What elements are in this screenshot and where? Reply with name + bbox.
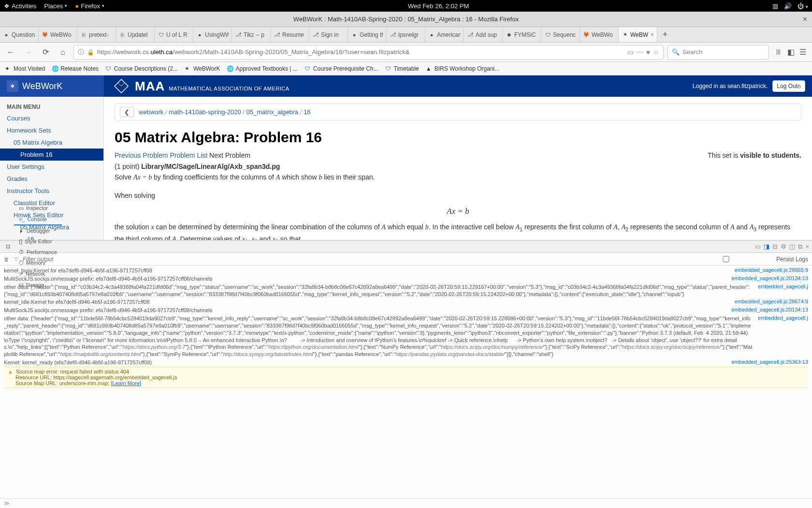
bookmark-star-icon[interactable]: ☆ [653,48,659,56]
devtools-tab-style-editor[interactable]: {}Style Editor [14,236,62,247]
home-button[interactable]: ⌂ [56,45,70,59]
bookmark-item[interactable]: 🛡Course Descriptions (2... [105,65,178,72]
library-icon[interactable]: ⫼ [775,47,783,57]
devtools-tab-inspector[interactable]: ▭Inspector [14,203,62,214]
back-button[interactable]: ← [4,45,17,59]
bookmark-item[interactable]: 🛡Course Prerequisite Ch... [304,65,378,72]
reader-icon[interactable]: ▭ [627,48,634,56]
reload-button[interactable]: ⟳ [39,45,52,59]
breadcrumb-link[interactable]: math-1410ab-spring-2020 [169,108,241,116]
new-tab-button[interactable]: + [657,27,673,42]
browser-tab[interactable]: ●Questionabl [0,27,39,42]
filter-input[interactable] [23,256,119,263]
devtools-settings-icon[interactable]: ⚙ [781,243,786,250]
browser-tab[interactable]: ●UsingWW: [193,27,232,42]
browser-tab[interactable]: ⎇Add sup [464,27,503,42]
bookmark-icon: 🛡 [385,65,392,72]
devtools-tab-debugger[interactable]: ⏵Debugger [14,225,62,236]
browser-tab[interactable]: ⎇Sign in [309,27,348,42]
browser-tab[interactable]: ✶WeBW× [619,27,657,42]
clear-console-icon[interactable]: 🗑 [4,256,9,262]
sidebar-item[interactable]: Instructor Tools [0,185,103,197]
devtools-split-icon[interactable]: ◨ [764,243,769,250]
close-icon[interactable]: × [803,15,807,24]
bookmark-item[interactable]: ✦Most Visited [5,65,45,72]
volume-icon[interactable]: 🔊 [784,2,792,10]
console-log[interactable]: kernel_busy.Kernel for efa7def8-d946-4b5… [0,266,812,498]
learn-more-link[interactable]: [Learn More] [111,380,141,386]
filter-icon[interactable]: ▽ [14,256,18,262]
webwork-brand[interactable]: ✶ WeBWorK [0,75,104,97]
main-content: ❮ webwork / math-1410ab-spring-2020 / 05… [104,97,812,240]
problem-list-link[interactable]: Problem List [170,151,207,159]
sidebar-item[interactable]: User Settings [0,161,103,173]
logout-button[interactable]: Log Out⎋ [772,80,805,92]
page-actions-icon[interactable]: ⋯ [637,48,643,56]
devtools-tab-icon: ⏵ [19,228,24,234]
browser-tab[interactable]: ●Getting the [348,27,387,42]
bookmarks-bar: ✦Most Visited🌐Release Notes🛡Course Descr… [0,62,812,75]
window-title-bar: WeBWorK : Math-1410AB-Spring-2020 : 05_M… [0,12,812,27]
browser-tab[interactable]: ●American In [425,27,464,42]
firefox-menu[interactable]: ● Firefox ▾ [75,2,104,10]
breadcrumb-back-button[interactable]: ❮ [120,107,134,117]
power-icon[interactable]: ⏻ ▾ [798,2,808,10]
places-menu[interactable]: Places ▾ [44,2,67,10]
browser-tab[interactable]: 🛡U of L R [155,27,193,42]
sidebar-item[interactable]: Courses [0,112,103,124]
info-icon[interactable]: ⓘ [78,48,84,57]
console-prompt[interactable]: ≫ [0,498,812,508]
favicon-icon: ⎇ [274,31,280,38]
browser-tab[interactable]: 🛡Sequenc [541,27,580,42]
devtools-close-icon[interactable]: × [805,243,809,250]
bookmark-item[interactable]: 🌐Approved Textbooks | ... [227,65,297,72]
bookmark-item[interactable]: ▲BIRS Workshop Organi... [426,65,500,72]
bookmark-item[interactable]: 🛡Timetable [385,65,419,72]
next-problem-text: Next Problem [209,151,250,159]
sidebar-item[interactable]: 05 Matrix Algebra [0,136,103,149]
browser-tab[interactable]: ◆FYMSiC [503,27,541,42]
pocket-icon[interactable]: ♥ [646,48,650,56]
devtools-responsive-icon[interactable]: ▭ [755,243,761,250]
sidebar-item[interactable]: Homework Sets [0,124,103,136]
favicon-icon: ⎇ [235,31,242,38]
breadcrumb-link[interactable]: 05_matrix_algebra [246,108,299,116]
favicon-icon: 🛡 [158,31,164,38]
address-bar[interactable]: ⓘ 🔒 https://webwork.cs.uleth.ca/webwork2… [73,45,664,60]
persist-logs-checkbox[interactable]: Persist Logs [678,256,808,263]
devtools-frame-select-icon[interactable]: ⊡ [3,243,13,250]
browser-tab[interactable]: ⎇Tikz -- p [232,27,271,42]
devtools-dock-side-icon[interactable]: ◫ [789,243,795,250]
browser-tab[interactable]: ⎘Updatel [116,27,155,42]
bookmark-item[interactable]: ✶WeBWorK [185,65,220,72]
bookmark-item[interactable]: 🌐Release Notes [52,65,99,72]
browser-tab[interactable]: 🦊WeBWo [39,27,77,42]
browser-tab[interactable]: ⎇Resume [271,27,309,42]
favicon-icon: ◆ [506,31,512,38]
bookmark-icon: 🛡 [105,65,112,72]
prev-problem-link[interactable]: Previous Problem [115,151,168,159]
logged-in-text: Logged in as sean.fitzpatrick. [693,83,768,90]
devtools-tab-console[interactable]: >_Console [14,214,62,225]
favicon-icon: ● [3,31,10,38]
breadcrumb-link[interactable]: 16 [304,108,310,116]
devtools-tab-icon: >_ [19,216,25,222]
search-bar[interactable]: 🔍 Search [667,45,769,60]
browser-tab[interactable]: 🦊WeBWo [580,27,619,42]
breadcrumb-link[interactable]: webwork [139,108,163,116]
devtools-tab-icon: {} [19,239,22,244]
network-icon[interactable]: ▥ [772,2,778,10]
browser-tab[interactable]: ⎘pretext- [77,27,116,42]
clock[interactable]: Wed Feb 26, 2:02 PM [104,2,772,10]
close-tab-icon[interactable]: × [651,31,654,38]
sidebar-icon[interactable]: ◧ [787,47,795,57]
activities-menu[interactable]: ❖ Activities [4,2,36,10]
sidebar-item[interactable]: Problem 16 [0,149,103,161]
favicon-icon: ⎇ [390,31,396,38]
sidebar-item[interactable]: Grades [0,173,103,185]
browser-tab[interactable]: ⎇lpsnelgr [387,27,425,42]
hamburger-icon[interactable]: ☰ [799,47,806,57]
favicon-icon: 🦊 [42,31,48,38]
devtools-popout-icon[interactable]: ⧉ [798,243,802,251]
devtools-dock-icon[interactable]: ⊟ [772,243,778,250]
